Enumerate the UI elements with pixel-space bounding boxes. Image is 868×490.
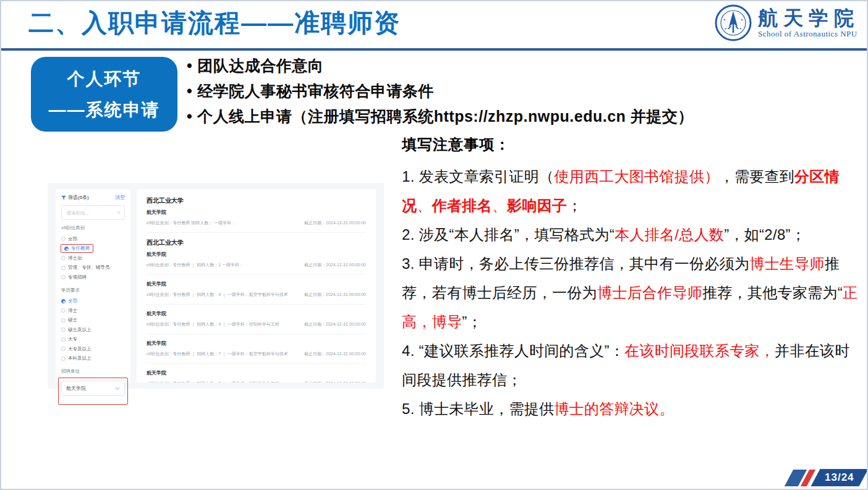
note-segment: 本人排名/总人数 [615, 226, 724, 243]
job-deadline: 截止日期：2024-12-31 00:00:00 [304, 220, 366, 226]
job-listing-row[interactable]: 西北工业大学航天学院v9职位类别：专任教师 ｜ 招聘人数：1 一级学科：截止日期… [147, 233, 366, 275]
bullet-text: 个人线上申请（注册填写招聘系统https://zhzp.nwpu.edu.cn … [197, 104, 694, 129]
filter-option[interactable]: 硕士 [61, 316, 125, 326]
radio-icon[interactable] [61, 347, 66, 351]
filter-option[interactable]: 本科及以上 [61, 354, 125, 364]
note-segment: ”； [462, 313, 482, 330]
unit-select-value: 航天学院 [66, 385, 86, 392]
job-meta: v9职位类别：专任教师 ｜ 招聘人数：1 一级学科： [147, 262, 244, 268]
note-item: 1. 发表文章索引证明（使用西工大图书馆提供），需要查到分区情况、作者排名、影响… [402, 162, 862, 220]
radio-icon[interactable] [61, 266, 66, 270]
filter-sidebar: 筛选(6条) 清空 v9职位类别全部专任教师博士后管理、专技、辅导员专项招聘学历… [56, 189, 130, 382]
filter-groups: v9职位类别全部专任教师博士后管理、专技、辅导员专项招聘学历要求全部博士硕士硕士… [61, 225, 125, 363]
filter-group-label: 学历要求 [61, 287, 125, 294]
unit-filter-label: 招聘单位 [61, 368, 125, 374]
job-meta: v9职位类别：专任教师 招聘人数： 一级学科： [147, 220, 236, 226]
bullet-item: •个人线上申请（注册填写招聘系统https://zhzp.nwpu.edu.cn… [187, 104, 854, 129]
note-item: 3. 申请时，务必上传三份推荐信，其中有一份必须为博士生导师推荐，若有博士后经历… [402, 249, 862, 336]
job-deadline: 截止日期：2024-12-31 00:00:00 [304, 292, 366, 298]
filter-option[interactable]: 大专 [61, 335, 125, 345]
filter-option[interactable]: 博士后 [61, 253, 125, 263]
radio-icon[interactable] [61, 308, 66, 313]
note-segment: 1. 发表文章索引证明（ [402, 168, 554, 185]
radio-icon[interactable] [61, 327, 66, 332]
filter-option[interactable]: 全部 [61, 297, 125, 306]
bullet-item: •团队达成合作意向 [187, 53, 854, 78]
bullet-dot-icon: • [187, 53, 192, 78]
note-segment: 博士后合作导师 [597, 284, 702, 301]
filter-option-label: 大专 [68, 336, 77, 342]
radio-icon[interactable] [64, 247, 69, 251]
job-listing-row[interactable]: 航天学院v9职位类别：专任教师 ｜ 招聘人数：4 ｜ 一级学科：航空宇航科学与技… [147, 275, 366, 305]
school-name-en: School of Astronautics NPU [758, 29, 859, 39]
job-deadline: 截止日期：2024-12-31 00:00:00 [304, 262, 366, 268]
job-search-box[interactable] [61, 205, 125, 220]
note-segment: 博士生导师 [749, 255, 825, 272]
filter-option-label: 全部 [68, 236, 77, 242]
filter-option[interactable]: 专任教师 [61, 244, 125, 254]
job-listing-row[interactable]: 航天学院v9职位类别：专任教师 ｜ 招聘人数：7 ｜ 一级学科：航空宇航科学与技… [147, 334, 366, 364]
job-department: 航天学院 [147, 310, 366, 317]
radio-icon[interactable] [61, 237, 66, 241]
note-segment: 、 [417, 197, 432, 214]
title-divider [1, 48, 867, 51]
note-segment: 、 [492, 197, 507, 214]
filter-title: 筛选(6条) [61, 194, 89, 201]
job-department: 航天学院 [147, 281, 366, 287]
filter-option[interactable]: 硕士及以上 [61, 325, 125, 335]
filter-option[interactable]: 博士 [61, 306, 125, 316]
notes-panel: 填写注意事项： 1. 发表文章索引证明（使用西工大图书馆提供），需要查到分区情况… [402, 135, 862, 423]
note-item: 2. 涉及“本人排名”，填写格式为“本人排名/总人数”，如“2/8”； [402, 220, 862, 249]
filter-option-label: 本科及以上 [68, 355, 91, 361]
radio-icon[interactable] [61, 299, 66, 303]
radio-icon[interactable] [61, 318, 66, 323]
filter-option-label: 硕士及以上 [68, 327, 91, 333]
filter-option[interactable]: 管理、专技、辅导员 [61, 263, 125, 273]
note-segment: 2. 涉及“本人排名”，填写格式为“ [402, 226, 615, 243]
radio-icon[interactable] [61, 357, 66, 361]
bullet-text: 团队达成合作意向 [197, 53, 323, 78]
unit-select-dropdown[interactable]: 航天学院 [61, 381, 125, 396]
job-listing-row[interactable]: 航天学院v9职位类别：专任教师 ｜ 招聘人数：7 ｜ 一级学科：控制科学与工程截… [147, 364, 366, 382]
funnel-icon [61, 195, 66, 200]
job-department: 航天学院 [147, 370, 366, 376]
job-listing-row[interactable]: 西北工业大学航天学院v9职位类别：专任教师 招聘人数： 一级学科：截止日期：20… [147, 191, 366, 233]
filter-header: 筛选(6条) 清空 [61, 194, 125, 201]
job-listings: 西北工业大学航天学院v9职位类别：专任教师 招聘人数： 一级学科：截止日期：20… [137, 189, 376, 382]
bullet-list: •团队达成合作意向 •经学院人事秘书审核符合申请条件 •个人线上申请（注册填写招… [187, 53, 854, 129]
search-icon [117, 210, 121, 215]
page-number: 13/24 [825, 471, 854, 484]
filter-option-label: 专任教师 [71, 245, 90, 251]
process-stage-line2: ——系统申请 [49, 98, 160, 122]
job-deadline: 截止日期：2024-12-31 00:00:00 [304, 381, 366, 382]
job-department: 航天学院 [147, 209, 366, 216]
radio-icon[interactable] [61, 256, 66, 260]
job-meta: v9职位类别：专任教师 ｜ 招聘人数：4 ｜ 一级学科：控制科学与工程 [147, 321, 279, 327]
notes-title: 填写注意事项： [402, 135, 862, 154]
job-listing-row[interactable]: 航天学院v9职位类别：专任教师 ｜ 招聘人数：4 ｜ 一级学科：控制科学与工程截… [147, 305, 366, 334]
note-segment: 4. “建议联系推荐人时间的含义”： [402, 342, 624, 359]
note-item: 4. “建议联系推荐人时间的含义”：在该时间段联系专家，并非在该时间段提供推荐信… [402, 336, 862, 394]
filter-option-label: 硕士 [68, 317, 77, 323]
radio-icon[interactable] [61, 275, 66, 279]
notes-list: 1. 发表文章索引证明（使用西工大图书馆提供），需要查到分区情况、作者排名、影响… [402, 162, 862, 423]
process-stage-line1: 个人环节 [67, 67, 142, 91]
note-segment: 5. 博士未毕业，需提供 [402, 400, 554, 417]
job-meta: v9职位类别：专任教师 ｜ 招聘人数：4 ｜ 一级学科：航空宇航科学与技术 [147, 292, 288, 298]
radio-icon[interactable] [61, 337, 66, 342]
note-segment: 影响因子 [507, 197, 567, 214]
search-input[interactable] [66, 209, 117, 216]
filter-count-label: 筛选(6条) [68, 194, 89, 201]
presentation-slide: 二、入职申请流程——准聘师资 航天学院 School of Astronauti… [0, 0, 868, 490]
bullet-item: •经学院人事秘书审核符合申请条件 [187, 78, 854, 104]
process-stage-box: 个人环节 ——系统申请 [31, 57, 177, 132]
filter-option[interactable]: 专项招聘 [61, 272, 125, 282]
clear-filters-button[interactable]: 清空 [115, 194, 125, 201]
job-university: 西北工业大学 [147, 196, 366, 205]
filter-option[interactable]: 全部 [61, 234, 125, 244]
job-meta: v9职位类别：专任教师 ｜ 招聘人数：7 ｜ 一级学科：航空宇航科学与技术 [147, 351, 288, 357]
note-segment: 在该时间段联系专家， [624, 342, 775, 359]
filter-option[interactable]: 大专及以上 [61, 344, 125, 354]
page-title: 二、入职申请流程——准聘师资 [28, 6, 401, 40]
note-segment: 作者排名 [432, 197, 492, 214]
